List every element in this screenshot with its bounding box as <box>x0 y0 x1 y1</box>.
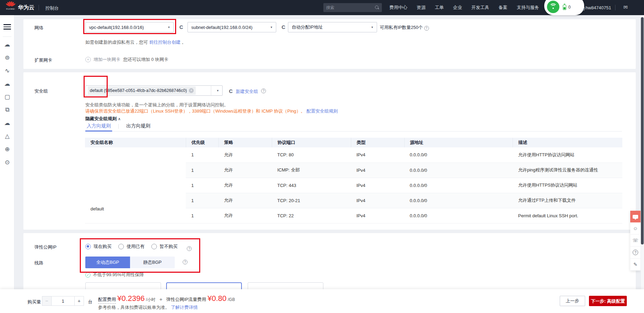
account-name[interactable]: hw84740751 <box>586 5 611 10</box>
topnav-item[interactable]: 支持与服务 <box>517 4 539 11</box>
float-toolbar: ··· ☺ ☏ ? ✎ <box>630 211 641 271</box>
help-icon[interactable]: ? <box>424 26 429 31</box>
topnav-item[interactable]: 工单 <box>435 4 444 11</box>
topnav-item[interactable]: 备案 <box>498 4 507 11</box>
fee-line: 配置费用 ¥0.2396 /小时 ＋ 弹性公网IP流量费用 ¥0.80 /GB <box>98 294 235 304</box>
traffic-fee-label: 弹性公网IP流量费用 <box>166 296 206 303</box>
console-link[interactable]: 控制台 <box>45 5 59 11</box>
table-cell: IPv4 <box>351 147 404 163</box>
next-step-button[interactable]: 下一步: 高级配置 <box>589 296 627 306</box>
radio-not-now[interactable]: 暂不购买 <box>151 243 178 250</box>
server-card-icon[interactable]: ▢ <box>3 93 11 101</box>
topnav-item[interactable]: 企业 <box>453 4 462 11</box>
subnet-select[interactable]: subnet-default(192.168.0.0/24) ▼ <box>187 22 276 32</box>
recorder-wifi-icon[interactable] <box>547 1 559 13</box>
add-nic-plus-icon[interactable]: + <box>85 57 91 62</box>
radio-dot-icon <box>85 244 91 249</box>
configure-sg-rules-link[interactable]: 配置安全组规则 <box>307 108 338 114</box>
chat-bubble-icon: ··· <box>633 215 638 219</box>
feedback-smiley-button[interactable]: ☺ <box>630 222 641 234</box>
config-fee-label[interactable]: 配置费用 <box>98 296 116 304</box>
topnav: 费用中心资源工单企业开发工具备案支持与服务 <box>389 0 539 15</box>
messages-envelope-icon[interactable]: ✉ <box>623 4 628 10</box>
vertical-scrollbar[interactable] <box>641 15 644 313</box>
refresh-subnet-icon[interactable]: C <box>280 24 287 30</box>
radio-dot-icon <box>118 244 124 249</box>
cloud-storage-icon[interactable]: ☁ <box>3 80 11 87</box>
quantity-label: 购买量 <box>28 299 41 305</box>
sg-help-icon[interactable]: ? <box>261 88 266 93</box>
vpc-helper-text: 如需创建新的虚拟私有云，您可 前往控制台创建 。 <box>85 39 186 45</box>
network-waves-icon[interactable]: ∿ <box>3 67 11 74</box>
question-icon: ? <box>633 250 638 255</box>
ip-mode-select[interactable]: 自动分配IP地址 ▼ <box>288 22 377 32</box>
tab-outbound-rules[interactable]: 出方向规则 <box>125 121 152 132</box>
refresh-sg-icon[interactable]: C <box>228 88 234 94</box>
table-cell: 允许使用HTTP协议访问网站 <box>513 147 622 163</box>
hamburger-menu-icon[interactable] <box>3 23 11 31</box>
eip-radio-group: 现在购买 使用已有 暂不购买 <box>85 243 178 250</box>
screen-recorder-overlay[interactable]: 0 <box>544 0 584 15</box>
sidebar-divider <box>3 36 11 37</box>
chevron-down-icon: ▼ <box>270 26 273 29</box>
quantity-minus-button[interactable]: − <box>42 296 52 306</box>
vpc-select[interactable]: vpc-default(192.168.0.0/16) ▼ <box>85 22 174 32</box>
quantity-plus-button[interactable]: + <box>74 296 84 306</box>
nic-label: 扩展网卡 <box>34 57 52 63</box>
network-card: 网络 vpc-default(192.168.0.0/16) ▼ C subne… <box>23 19 636 69</box>
radio-use-existing[interactable]: 使用已有 <box>118 243 144 250</box>
table-cell: IPv4 <box>351 178 404 193</box>
customer-service-button[interactable]: ☏ <box>630 234 641 247</box>
eip-help-icon[interactable]: ? <box>187 246 192 251</box>
config-fee-unit: /小时 <box>146 297 155 303</box>
survey-edit-button[interactable]: ✎ <box>630 259 641 271</box>
traffic-fee-unit: /GB <box>228 297 235 302</box>
topnav-item[interactable]: 费用中心 <box>389 4 407 11</box>
column-header: 安全组名称 <box>85 138 186 147</box>
brand-name[interactable]: 华为云 <box>18 4 34 11</box>
topnav-item[interactable]: 资源 <box>417 4 426 11</box>
resource-pyramid-icon[interactable]: △ <box>3 132 11 140</box>
left-sidebar: ☁⊚∿☁▢⧉☁△⊕⊙ <box>0 15 14 313</box>
document-stack-icon[interactable]: ⧉ <box>3 106 11 114</box>
billing-details-link[interactable]: 了解计费详情 <box>171 305 198 310</box>
instance-group-icon[interactable]: ⊚ <box>3 54 11 61</box>
previous-step-button[interactable]: 上一步 <box>560 296 585 306</box>
line-help-icon[interactable]: ? <box>183 260 187 264</box>
tag-close-icon[interactable]: × <box>189 88 194 93</box>
line-static-bgp-button[interactable]: 静态BGP <box>130 257 175 268</box>
cloud-server-icon[interactable]: ☁ <box>3 41 11 48</box>
battery-icon <box>563 5 566 10</box>
recorder-badge: 0 <box>568 5 571 10</box>
create-vpc-link[interactable]: 前往控制台创建 <box>149 40 181 45</box>
scrollbar-thumb[interactable] <box>641 17 644 244</box>
tab-divider <box>118 124 119 129</box>
chat-service-button[interactable]: ··· <box>630 211 641 222</box>
add-nic-text[interactable]: 增加一块网卡 <box>94 56 120 63</box>
globe-network-icon[interactable]: ⊕ <box>3 145 11 153</box>
vpc-select-value: vpc-default(192.168.0.0/16) <box>89 25 144 30</box>
subnet-select-value: subnet-default(192.168.0.0/24) <box>191 25 253 30</box>
line-dynamic-bgp-button[interactable]: 全动态BGP <box>85 257 130 268</box>
help-button[interactable]: ? <box>630 247 641 259</box>
column-header: 策略 <box>218 138 272 147</box>
feedback-bubble-icon[interactable]: ⊙ <box>3 158 11 166</box>
quantity-input[interactable] <box>52 296 74 306</box>
table-cell: TCP: 80 <box>272 147 351 163</box>
refresh-vpc-icon[interactable]: C <box>178 24 184 30</box>
new-security-group-link[interactable]: 新建安全组 <box>236 88 258 95</box>
sg-warning: 请确保所选安全组已放通22端口（Linux SSH登录），3389端口（Wind… <box>85 108 338 114</box>
topnav-item[interactable]: 开发工具 <box>471 4 489 11</box>
quantity-stepper: − + <box>42 296 84 306</box>
search-icon[interactable] <box>375 6 379 10</box>
security-group-select[interactable]: default (985ee587-c051-4fcb-a7dc-82b6268… <box>85 85 223 96</box>
table-cell: 允许 <box>218 193 272 208</box>
search-input[interactable]: 搜索 <box>323 3 382 12</box>
nic-hint: 您还可以增加 0 块网卡 <box>123 56 168 63</box>
tab-inbound-rules[interactable]: 入方向规则 <box>85 121 112 132</box>
radio-dot-icon <box>151 244 157 249</box>
cloud-sync-icon[interactable]: ☁ <box>3 119 11 127</box>
huawei-logo-icon[interactable]: HUAWEI <box>6 1 16 10</box>
radio-buy-now[interactable]: 现在购买 <box>85 243 111 250</box>
rules-tabs: 入方向规则 出方向规则 <box>85 121 622 132</box>
